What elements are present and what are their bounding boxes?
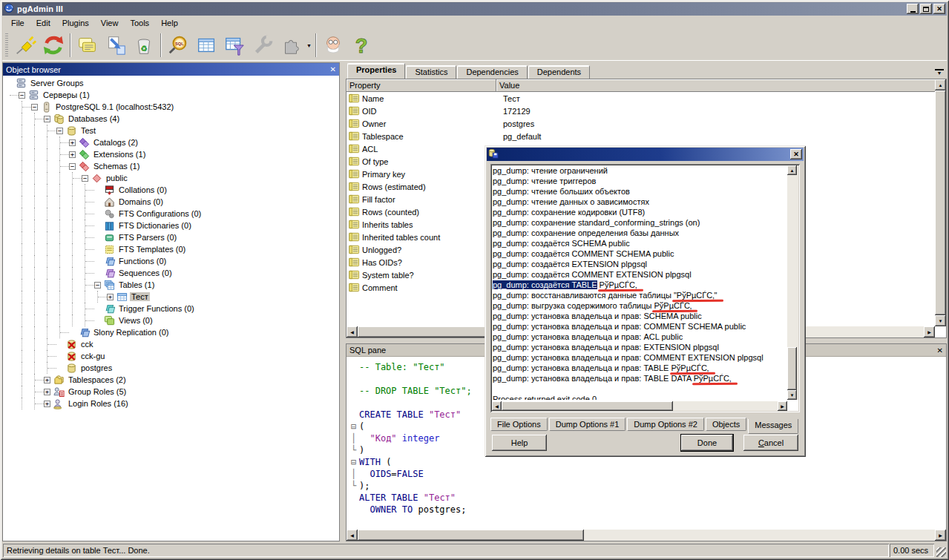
dialog-tab-dump-options-2[interactable]: Dump Options #2 bbox=[627, 418, 704, 431]
tree-expander[interactable]: − bbox=[82, 175, 88, 182]
refresh-object-button[interactable] bbox=[39, 32, 68, 59]
scroll-thumb[interactable] bbox=[358, 530, 584, 541]
fold-margin[interactable]: ⊟ bbox=[348, 456, 359, 468]
tree-expander[interactable]: − bbox=[94, 282, 101, 289]
tree-item-postgresql-9-1-localhost-5432[interactable]: −PostgreSQL 9.1 (localhost:5432) bbox=[3, 101, 339, 113]
tab-properties[interactable]: Properties bbox=[347, 63, 405, 79]
tree-expander[interactable]: + bbox=[69, 151, 76, 158]
maximize-button[interactable] bbox=[920, 4, 932, 14]
tree-item-collations-0[interactable]: Collations (0) bbox=[3, 184, 339, 196]
dialog-tab-dump-options-1[interactable]: Dump Options #1 bbox=[549, 418, 626, 431]
properties-vscrollbar[interactable]: ▲ ▼ bbox=[935, 79, 946, 326]
menu-edit[interactable]: Edit bbox=[30, 17, 56, 29]
property-row[interactable]: NameТест bbox=[347, 92, 946, 105]
minimize-button[interactable] bbox=[907, 4, 919, 14]
help-button[interactable]: ? bbox=[347, 32, 375, 59]
sql-pane-close-icon[interactable]: ✕ bbox=[937, 346, 943, 355]
tree-item-tables-1[interactable]: −Tables (1) bbox=[3, 279, 339, 291]
dialog-tab-messages[interactable]: Messages bbox=[748, 419, 798, 434]
guru-hints-button[interactable] bbox=[319, 32, 347, 59]
menu-view[interactable]: View bbox=[95, 17, 125, 29]
object-browser-caption[interactable]: Object browser ✕ bbox=[3, 63, 339, 76]
tree-expander[interactable]: − bbox=[44, 116, 50, 122]
tree-item-fts-dictionaries-0[interactable]: FTS Dictionaries (0) bbox=[3, 220, 339, 231]
tree-item-functions-0[interactable]: Functions (0) bbox=[3, 255, 339, 267]
dialog-tab-file-options[interactable]: File Options bbox=[490, 418, 548, 431]
tree-item-public[interactable]: −public bbox=[3, 172, 339, 184]
property-row[interactable]: Tablespacepg_default bbox=[347, 130, 946, 142]
tree-item-postgres[interactable]: postgres bbox=[3, 362, 339, 374]
cancel-button[interactable]: Cancel bbox=[743, 435, 798, 451]
tree-expander[interactable]: + bbox=[44, 389, 50, 395]
messages-hscrollbar[interactable]: ◀ ▶ bbox=[492, 401, 787, 411]
scroll-left-arrow[interactable]: ◀ bbox=[347, 530, 358, 541]
scroll-thumb[interactable] bbox=[787, 347, 797, 390]
tree-item-databases-4[interactable]: −Databases (4) bbox=[3, 113, 339, 125]
tree-item-catalogs-2[interactable]: +Catalogs (2) bbox=[3, 136, 339, 148]
object-properties-button[interactable] bbox=[73, 32, 102, 59]
create-object-button[interactable] bbox=[102, 32, 130, 59]
messages-list[interactable]: pg_dump: чтение ограниченийpg_dump: чтен… bbox=[490, 164, 800, 412]
add-server-connection-button[interactable] bbox=[11, 32, 39, 59]
property-column-header[interactable]: Property bbox=[347, 79, 496, 92]
tree-expander[interactable]: − bbox=[19, 92, 25, 99]
tab-dependencies[interactable]: Dependencies bbox=[457, 65, 527, 79]
scroll-right-arrow[interactable]: ▶ bbox=[935, 530, 946, 541]
scroll-up-arrow[interactable]: ▲ bbox=[787, 165, 797, 175]
tree-item-trigger-functions-0[interactable]: Trigger Functions (0) bbox=[3, 303, 339, 314]
tree-item-fts-configurations-0[interactable]: FTS Configurations (0) bbox=[3, 208, 339, 220]
maintain-object-button[interactable] bbox=[249, 32, 277, 59]
window-titlebar[interactable]: pgAdmin III ✕ bbox=[2, 2, 947, 16]
tree-item-серверы-1[interactable]: −Серверы (1) bbox=[3, 89, 339, 101]
scroll-right-arrow[interactable]: ▶ bbox=[924, 326, 935, 337]
scroll-thumb[interactable] bbox=[502, 401, 673, 411]
scroll-right-arrow[interactable]: ▶ bbox=[778, 401, 787, 411]
value-column-header[interactable]: Value bbox=[496, 79, 946, 92]
tree-item-server-groups[interactable]: Server Groups bbox=[3, 77, 339, 89]
vertical-splitter[interactable] bbox=[340, 62, 346, 541]
menu-file[interactable]: File bbox=[5, 17, 30, 29]
tree-item-domains-0[interactable]: Domains (0) bbox=[3, 196, 339, 208]
scroll-up-arrow[interactable]: ▲ bbox=[935, 79, 946, 90]
toolbar-grip[interactable] bbox=[5, 33, 8, 57]
tree-item-cck[interactable]: cck bbox=[3, 338, 339, 350]
tree-item-views-0[interactable]: Views (0) bbox=[3, 314, 339, 326]
view-data-button[interactable] bbox=[192, 32, 220, 59]
dialog-close-button[interactable]: ✕ bbox=[790, 149, 802, 159]
tab-list-chevron[interactable]: ▼ bbox=[935, 69, 944, 76]
scroll-down-arrow[interactable]: ▼ bbox=[935, 315, 946, 326]
done-button[interactable]: Done bbox=[681, 435, 733, 451]
tree-item-tablespaces-2[interactable]: +Tablespaces (2) bbox=[3, 374, 339, 386]
dialog-tab-objects[interactable]: Objects bbox=[706, 418, 746, 431]
object-browser-close-icon[interactable]: ✕ bbox=[330, 65, 336, 73]
property-row[interactable]: Ownerpostgres bbox=[347, 117, 946, 130]
tree-item-test[interactable]: −Test bbox=[3, 125, 339, 136]
tree-item-slony-replication-0[interactable]: Slony Replication (0) bbox=[3, 326, 339, 338]
filter-view-data-button[interactable] bbox=[220, 32, 249, 59]
tree-expander[interactable]: + bbox=[69, 139, 76, 146]
tree-item-fts-parsers-0[interactable]: FTS Parsers (0) bbox=[3, 231, 339, 243]
menu-plugins[interactable]: Plugins bbox=[56, 17, 95, 29]
tree-item-fts-templates-0[interactable]: FTS Templates (0) bbox=[3, 243, 339, 255]
tab-dependents[interactable]: Dependents bbox=[528, 65, 590, 79]
execute-sql-query-button[interactable]: SQL bbox=[164, 32, 192, 59]
tab-statistics[interactable]: Statistics bbox=[406, 65, 456, 79]
tree-expander[interactable]: + bbox=[44, 401, 50, 407]
tree-expander[interactable]: + bbox=[44, 377, 50, 383]
tree-item-тест[interactable]: +Тест bbox=[3, 291, 339, 303]
tree-item-extensions-1[interactable]: +Extensions (1) bbox=[3, 148, 339, 160]
resize-grip[interactable] bbox=[936, 547, 946, 557]
tree-item-cck-gu[interactable]: cck-gu bbox=[3, 350, 339, 362]
tree-expander[interactable]: − bbox=[56, 128, 63, 134]
plugins-dropdown-arrow[interactable]: ▼ bbox=[305, 32, 313, 59]
tree-item-sequences-0[interactable]: Sequences (0) bbox=[3, 267, 339, 279]
property-row[interactable]: OID172129 bbox=[347, 105, 946, 117]
drop-object-button[interactable]: ♻ bbox=[130, 32, 158, 59]
scroll-left-arrow[interactable]: ◀ bbox=[347, 326, 358, 337]
dialog-titlebar[interactable]: ✕ bbox=[487, 148, 804, 161]
tree-item-group-roles-5[interactable]: +Group Roles (5) bbox=[3, 386, 339, 398]
tree-expander[interactable]: + bbox=[107, 294, 114, 300]
menu-tools[interactable]: Tools bbox=[124, 17, 155, 29]
close-button[interactable]: ✕ bbox=[933, 4, 945, 14]
fold-margin[interactable]: ⊟ bbox=[348, 421, 359, 432]
